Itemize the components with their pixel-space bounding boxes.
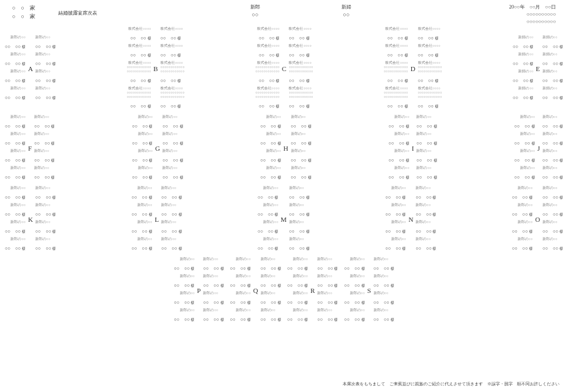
table-letter: S — [365, 287, 374, 294]
guest-name: ○○ ○○様 — [132, 123, 152, 129]
guest-name: ○○ ○○様 — [258, 246, 278, 251]
guest-name: ○○ ○○様 — [230, 300, 251, 305]
guest-name: ○○ ○○様 — [542, 157, 563, 163]
guest-seat: 株式会社○○○○○○ ○○様 — [384, 27, 408, 42]
table-left-col: 新郎の○○○○ ○○様新郎の○○○○ ○○様新郎の○○○○ ○○様新郎の○○○○… — [514, 115, 535, 181]
guest-relation: 新郎の○○ — [389, 166, 409, 170]
guest-name: ○○ ○○様 — [35, 211, 56, 217]
guest-name: ○○ ○○様 — [374, 317, 394, 322]
guest-seat: 新郎の○○○○ ○○様 — [542, 132, 563, 147]
guest-name: ○○ ○○様 — [259, 35, 279, 41]
guest-name: ○○ ○○様 — [258, 211, 278, 217]
guest-relation: 新郎の○○ — [258, 220, 278, 224]
guest-affiliation: 株式会社○○○○○○○○○○○○○○○○○○○○○○○○○○○○ — [418, 86, 442, 99]
guest-relation: 株式会社○○○○ — [255, 27, 279, 31]
guest-relation: 新郎の○○ — [261, 257, 281, 261]
table-letter: E — [533, 65, 542, 72]
guest-affiliation: 株式会社○○○○○○○○○○○○○○○○○○○○○○○○○○○○ — [255, 61, 279, 74]
guest-name: ○○ ○○様 — [317, 317, 338, 322]
guest-seat: 新郎の○○○○ ○○様 — [385, 186, 406, 201]
guest-name: ○○ ○○様 — [35, 229, 56, 234]
guest-seat: 新郎の○○○○ ○○様 — [230, 291, 251, 306]
guest-name: ○○ ○○様 — [289, 78, 309, 83]
guest-name: ○○ ○○様 — [5, 95, 26, 100]
table-l: 新郎の○○○○ ○○様新郎の○○○○ ○○様新郎の○○○○ ○○様新郎の○○○○… — [132, 186, 182, 252]
guest-seat: 新郎の○○○○ ○○様 — [174, 274, 194, 289]
table-left-col: 新婦の○○○○ ○○様新婦の○○○○ ○○様新婦の○○○○ ○○様新婦の○○○○… — [513, 35, 533, 101]
guest-relation: 株式会社○○○○ — [384, 27, 408, 31]
table-left-col: 新郎の○○○○ ○○様新郎の○○○○ ○○様新郎の○○○○ ○○様新郎の○○○○… — [512, 186, 533, 252]
guest-seat: 株式会社○○○○○○ ○○様 — [289, 44, 313, 59]
guest-name: ○○ ○○様 — [289, 52, 309, 58]
guest-name: ○○ ○○様 — [160, 35, 181, 41]
guest-name: ○○ ○○様 — [5, 44, 26, 49]
guest-name: ○○ ○○様 — [344, 300, 364, 305]
guest-seat: 株式会社○○○○○○ ○○様 — [384, 44, 408, 59]
guest-name: ○○ ○○様 — [132, 140, 152, 146]
guest-name: ○○ ○○様 — [132, 157, 152, 163]
guest-seat: 新郎の○○○○ ○○様 — [5, 237, 26, 252]
guest-seat: 新郎の○○○○ ○○様 — [289, 220, 310, 235]
guest-name: ○○ ○○様 — [291, 174, 312, 180]
guest-name: ○○ ○○様 — [174, 300, 194, 305]
table-o: 新郎の○○○○ ○○様新郎の○○○○ ○○様新郎の○○○○ ○○様新郎の○○○○… — [512, 186, 563, 252]
guest-name: ○○ ○○様 — [512, 229, 533, 234]
table-right-col: 新郎の○○○○ ○○様新郎の○○○○ ○○様新郎の○○○○ ○○様新郎の○○○○… — [416, 186, 436, 252]
guest-seat: 株式会社○○○○○○ ○○様 — [127, 44, 151, 59]
guest-relation: 新郎の○○ — [542, 166, 563, 170]
guest-name: ○○ ○○様 — [416, 194, 436, 200]
guest-name: ○○ ○○様 — [259, 52, 279, 58]
event-date: 20○○年 ○○月 ○○日 — [509, 4, 556, 11]
guest-relation: 新郎の○○ — [389, 149, 409, 153]
guest-seat: 新郎の○○○○ ○○様 — [132, 203, 152, 218]
table-left-col: 新郎の○○○○ ○○様新郎の○○○○ ○○様新郎の○○○○ ○○様新郎の○○○○… — [260, 115, 281, 181]
guest-name: ○○ ○○様 — [5, 194, 26, 200]
guest-relation: 新郎の○○ — [416, 203, 436, 207]
footer-note: 本席次表をもちまして ご来賓並びに親族のご紹介に代えさせて頂きます ※誤字・脱字… — [343, 381, 559, 387]
guest-relation: 株式会社○○○○ — [289, 27, 313, 31]
guest-relation: 新郎の○○ — [416, 166, 437, 170]
guest-seat: 新郎の○○○○ ○○様 — [416, 132, 437, 147]
guest-name: ○○ ○○様 — [287, 300, 308, 305]
table-left-col: 新郎の○○○○ ○○様新郎の○○○○ ○○様新郎の○○○○ ○○様新郎の○○○○… — [258, 186, 278, 252]
guest-name: ○○ ○○様 — [291, 157, 312, 163]
guest-relation: 新郎の○○ — [374, 291, 394, 295]
guest-name: ○○ ○○様 — [344, 283, 364, 288]
guest-name: ○○ ○○様 — [230, 317, 251, 322]
guest-name: ○○ ○○様 — [389, 140, 409, 146]
table-p: 新郎の○○○○ ○○様新郎の○○○○ ○○様新郎の○○○○ ○○様新郎の○○○○… — [174, 257, 224, 323]
table-left-col: 新郎の○○○○ ○○様新郎の○○○○ ○○様新郎の○○○○ ○○様新郎の○○○○… — [132, 186, 152, 252]
guest-seat: 新郎の○○○○ ○○様 — [5, 166, 26, 181]
guest-name: ○○ ○○様 — [35, 78, 56, 83]
guest-affiliation: 株式会社○○○○○○○○○○○○○○○○○○○○○○○○○○○○ — [384, 86, 408, 99]
guest-relation: 新郎の○○ — [260, 149, 281, 153]
guest-name: ○○ ○○様 — [5, 211, 26, 217]
guest-name: ○○ ○○様 — [5, 123, 26, 129]
guest-relation: 新郎の○○ — [289, 220, 310, 224]
guest-relation: 新婦の○○ — [542, 35, 563, 40]
guest-seat: 新郎の○○○○ ○○様 — [512, 237, 533, 252]
guest-relation: 新郎の○○ — [5, 69, 26, 74]
table-right-col: 新郎の○○○○ ○○様新郎の○○○○ ○○様新郎の○○○○ ○○様新郎の○○○○… — [203, 257, 224, 323]
table-letter: B — [151, 65, 160, 72]
table-letter: C — [279, 65, 289, 72]
table-left-col: 新郎の○○○○ ○○様新郎の○○○○ ○○様新郎の○○○○ ○○様新郎の○○○○… — [389, 115, 409, 181]
table-right-col: 新婦の○○○○ ○○様新婦の○○○○ ○○様新婦の○○○○ ○○様新婦の○○○○… — [542, 35, 563, 101]
guest-seat: 新郎の○○○○ ○○様 — [258, 237, 278, 252]
guest-seat: 新郎の○○○○ ○○様 — [161, 220, 182, 235]
guest-relation: 新郎の○○ — [287, 308, 308, 312]
table-letter: H — [281, 145, 291, 152]
guest-seat: 新郎の○○○○ ○○様 — [34, 132, 55, 147]
guest-seat: 新郎の○○○○ ○○様 — [514, 132, 535, 147]
guest-name: ○○ ○○様 — [5, 174, 26, 180]
table-right-col: 新郎の○○○○ ○○様新郎の○○○○ ○○様新郎の○○○○ ○○様新郎の○○○○… — [374, 257, 394, 323]
guest-seat: 新郎の○○○○ ○○様 — [289, 186, 310, 201]
guest-name: ○○ ○○様 — [161, 211, 182, 217]
guest-relation: 新郎の○○ — [261, 291, 281, 295]
guest-relation: 新郎の○○ — [161, 220, 182, 224]
guest-name: ○○ ○○様 — [542, 61, 563, 66]
groom-name: ○○ — [231, 12, 279, 18]
groom-block: 新郎 ○○ — [231, 4, 279, 18]
guest-relation: 新婦の○○ — [513, 35, 533, 40]
table-row: 新郎の○○○○ ○○様新郎の○○○○ ○○様新郎の○○○○ ○○様新郎の○○○○… — [5, 115, 563, 181]
